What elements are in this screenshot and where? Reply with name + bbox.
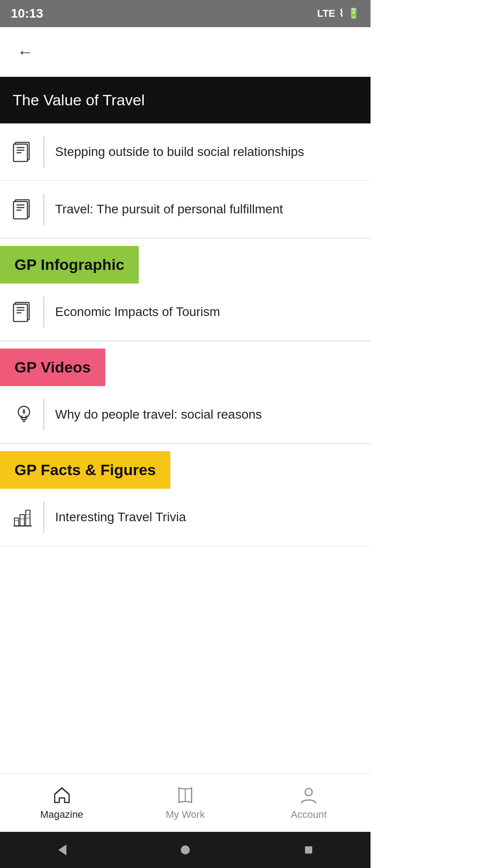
section-label: GP Videos [0,349,105,386]
svg-rect-20 [20,514,24,526]
top-nav: ← [0,27,371,77]
chart-icon [13,501,44,533]
page-title: The Value of Travel [13,91,145,108]
person-icon [299,785,319,805]
book-icon [175,785,195,805]
home-icon [52,785,72,805]
nav-label: Magazine [40,809,83,821]
svg-marker-29 [58,844,66,855]
android-back-button[interactable] [54,842,70,858]
status-icons: LTE ⌇ 🔋 [317,8,360,19]
item-text: Interesting Travel Trivia [55,509,186,525]
svg-point-28 [305,788,312,796]
svg-rect-31 [305,846,312,854]
android-nav [0,832,371,868]
content-area: Stepping outside to build social relatio… [0,123,371,641]
lte-icon: LTE [317,8,335,19]
nav-account[interactable]: Account [247,780,371,826]
article-icon [13,136,44,168]
status-time: 10:13 [11,6,43,21]
android-recent-button[interactable] [300,842,317,858]
back-button[interactable]: ← [13,38,38,66]
item-text: Travel: The pursuit of personal fulfillm… [55,201,283,217]
article-icon [13,193,44,225]
lightbulb-icon [13,399,44,430]
list-item[interactable]: Economic Impacts of Tourism [0,283,371,341]
item-text: Why do people travel: social reasons [55,406,262,423]
section-videos-header: GP Videos [0,341,371,386]
android-home-button[interactable] [177,842,193,858]
item-text: Stepping outside to build social relatio… [55,144,304,160]
section-label: GP Infographic [0,246,139,283]
section-infographic-header: GP Infographic [0,239,371,283]
nav-magazine[interactable]: Magazine [0,780,123,826]
bottom-nav: Magazine My Work Account [0,773,371,832]
list-item[interactable]: Stepping outside to build social relatio… [0,123,371,181]
list-item[interactable]: Travel: The pursuit of personal fulfillm… [0,181,371,238]
section-facts-header: GP Facts & Figures [0,444,371,489]
nav-mywork[interactable]: My Work [123,780,247,826]
list-item[interactable]: Interesting Travel Trivia [0,489,371,546]
status-bar: 10:13 LTE ⌇ 🔋 [0,0,371,27]
section-label: GP Facts & Figures [0,451,170,489]
list-item[interactable]: Why do people travel: social reasons [0,386,371,443]
nav-label: Account [291,809,327,821]
nav-label: My Work [166,809,205,821]
page-header: The Value of Travel [0,77,371,123]
svg-point-30 [181,845,190,854]
svg-rect-19 [14,518,19,526]
article-icon [13,296,44,328]
item-text: Economic Impacts of Tourism [55,304,220,320]
battery-icon: 🔋 [347,8,360,19]
signal-icon: ⌇ [339,8,344,19]
